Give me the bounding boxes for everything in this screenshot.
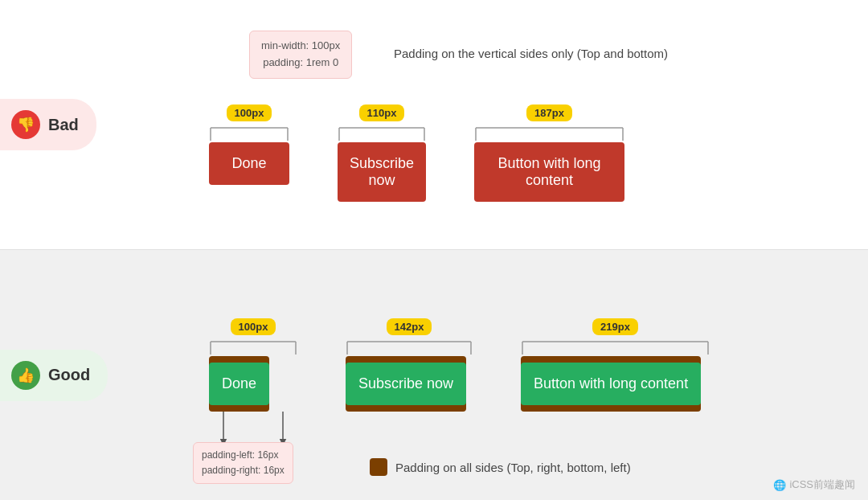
- bad-label: 👎 Bad: [0, 99, 96, 150]
- bad-long-width-badge: 187px: [526, 105, 572, 121]
- top-section: 👎 Bad min-width: 100px padding: 1rem 0 P…: [0, 0, 868, 250]
- arrow-area: padding-left: 16px padding-right: 16px: [209, 412, 297, 452]
- bad-long-group: 187px Button with long content: [474, 105, 624, 202]
- padding-note-box: padding-left: 16px padding-right: 16px: [193, 442, 293, 484]
- code-line2: padding: 1rem 0: [261, 55, 340, 72]
- description-top: Padding on the vertical sides only (Top …: [394, 47, 668, 60]
- good-label: 👍 Good: [0, 350, 108, 401]
- good-long-group: 219px Button with long content: [521, 318, 710, 412]
- good-bracket-subscribe: [346, 340, 473, 356]
- all-sides-note: Padding on all sides (Top, right, bottom…: [370, 458, 631, 476]
- thumbs-up-icon: 👍: [11, 361, 40, 390]
- good-long-padding: Button with long content: [521, 356, 701, 412]
- good-subscribe-button[interactable]: Subscribe now: [346, 363, 466, 405]
- watermark-icon: 🌐: [773, 479, 786, 491]
- good-subscribe-group: 142px Subscribe now: [346, 318, 473, 412]
- bad-done-button[interactable]: Done: [209, 142, 289, 185]
- bad-subscribe-width-badge: 110px: [359, 105, 405, 121]
- code-line1: min-width: 100px: [261, 38, 340, 55]
- good-buttons-area: 100px Done: [209, 318, 710, 452]
- bad-subscribe-group: 110px Subscribe now: [338, 105, 426, 202]
- good-text: Good: [48, 366, 90, 384]
- code-box-top: min-width: 100px padding: 1rem 0: [249, 31, 352, 79]
- good-done-button[interactable]: Done: [209, 363, 269, 405]
- good-long-width-badge: 219px: [592, 318, 638, 335]
- bad-subscribe-button[interactable]: Subscribe now: [338, 142, 426, 202]
- good-subscribe-width-badge: 142px: [387, 318, 432, 335]
- all-sides-text: Padding on all sides (Top, right, bottom…: [395, 461, 631, 474]
- bracket-done: [209, 126, 289, 142]
- watermark-text: iCSS前端趣闻: [789, 477, 855, 492]
- bracket-subscribe: [338, 126, 426, 142]
- brown-square-icon: [370, 458, 387, 476]
- padding-note-line1: padding-left: 16px: [202, 448, 285, 463]
- bad-buttons-area: 100px Done 110px Subscribe now 187px: [209, 105, 624, 202]
- good-done-group: 100px Done: [209, 318, 297, 452]
- good-done-width-badge: 100px: [231, 318, 276, 335]
- good-bracket-long: [521, 340, 710, 356]
- good-subscribe-padding: Subscribe now: [346, 356, 466, 412]
- bottom-section: 👍 Good 100px Done: [0, 250, 868, 500]
- good-long-button[interactable]: Button with long content: [521, 363, 701, 405]
- bad-done-width-badge: 100px: [227, 105, 272, 121]
- padding-note-line2: padding-right: 16px: [202, 463, 285, 478]
- bad-done-group: 100px Done: [209, 105, 289, 185]
- good-done-padding-indicator: Done: [209, 356, 269, 412]
- bad-text: Bad: [48, 116, 79, 134]
- bad-long-button[interactable]: Button with long content: [474, 142, 624, 202]
- thumbs-down-icon: 👎: [11, 110, 40, 139]
- bracket-long: [474, 126, 624, 142]
- good-bracket-done: [209, 340, 297, 356]
- watermark: 🌐 iCSS前端趣闻: [773, 477, 855, 492]
